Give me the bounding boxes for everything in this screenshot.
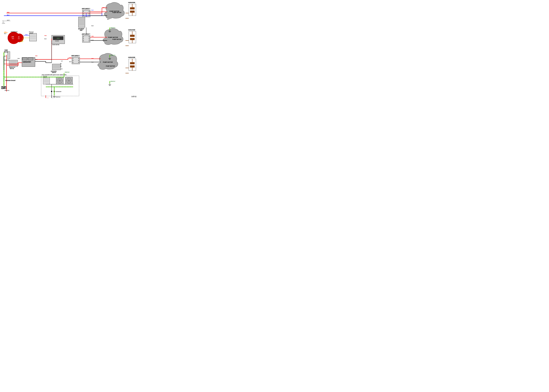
watermark: ArtFull [131, 96, 136, 97]
